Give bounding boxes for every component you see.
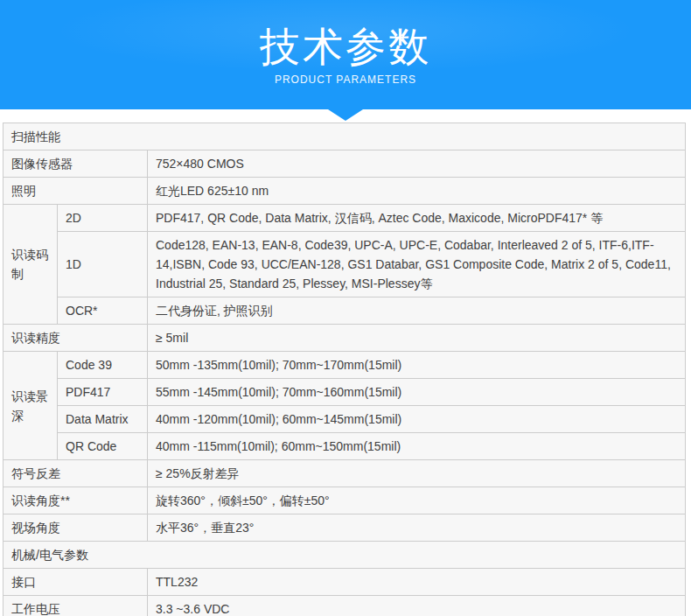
row-value: 40mm -115mm(10mil); 60mm~150mm(15mil) (148, 433, 686, 460)
table-row: 识读精度 ≥ 5mil (3, 325, 686, 352)
table-row: 视场角度 水平36°，垂直23° (3, 514, 686, 542)
row-label: 照明 (3, 178, 148, 205)
row-value: ≥ 25%反射差异 (148, 460, 686, 487)
banner-arrow-down-icon (328, 109, 363, 121)
row-value: 3.3 ~3.6 VDC (148, 596, 686, 616)
row-value: 红光LED 625±10 nm (148, 178, 686, 205)
table-row: OCR* 二代身份证, 护照识别 (3, 298, 686, 325)
banner: 技术参数 PRODUCT PARAMETERS (0, 0, 691, 109)
table-row: 照明 红光LED 625±10 nm (3, 178, 686, 205)
spec-table: 扫描性能 图像传感器 752×480 CMOS 照明 红光LED 625±10 … (3, 122, 686, 616)
section-row: 扫描性能 (3, 123, 686, 150)
row-label: 视场角度 (3, 514, 148, 542)
row-sublabel: QR Code (58, 433, 148, 460)
row-value: TTL232 (148, 569, 686, 596)
row-value: 水平36°，垂直23° (148, 514, 686, 542)
row-sublabel: 2D (58, 205, 148, 232)
table-row: 工作电压 3.3 ~3.6 VDC (3, 596, 686, 616)
table-row: 符号反差 ≥ 25%反射差异 (3, 460, 686, 487)
row-value: ≥ 5mil (148, 325, 686, 352)
table-row: PDF417 55mm -145mm(10mil); 70mm~160mm(15… (3, 379, 686, 406)
row-sublabel: Data Matrix (58, 406, 148, 433)
row-value: 55mm -145mm(10mil); 70mm~160mm(15mil) (148, 379, 686, 406)
table-row: 识读角度** 旋转360°，倾斜±50°，偏转±50° (3, 487, 686, 514)
page-title: 技术参数 (0, 0, 691, 69)
table-row: 识读码制 2D PDF417, QR Code, Data Matrix, 汉信… (3, 205, 686, 232)
row-value: 50mm -135mm(10mil); 70mm~170mm(15mil) (148, 352, 686, 379)
row-value: PDF417, QR Code, Data Matrix, 汉信码, Aztec… (148, 205, 686, 232)
row-sublabel: Code 39 (58, 352, 148, 379)
row-value: 旋转360°，倾斜±50°，偏转±50° (148, 487, 686, 514)
row-label: 工作电压 (3, 596, 148, 616)
row-label: 识读景深 (3, 352, 58, 460)
row-sublabel: PDF417 (58, 379, 148, 406)
row-value: 二代身份证, 护照识别 (148, 298, 686, 325)
table-row: 接口 TTL232 (3, 569, 686, 596)
row-value: 752×480 CMOS (148, 150, 686, 178)
row-label: 图像传感器 (3, 150, 148, 178)
row-label: 接口 (3, 569, 148, 596)
table-row: 识读景深 Code 39 50mm -135mm(10mil); 70mm~17… (3, 352, 686, 379)
table-row: Data Matrix 40mm -120mm(10mil); 60mm~145… (3, 406, 686, 433)
row-value: 40mm -120mm(10mil); 60mm~145mm(15mil) (148, 406, 686, 433)
row-label: 识读精度 (3, 325, 148, 352)
row-label: 识读码制 (3, 205, 58, 325)
table-row: 1D Code128, EAN-13, EAN-8, Code39, UPC-A… (3, 232, 686, 298)
section-row: 机械/电气参数 (3, 542, 686, 569)
row-sublabel: OCR* (58, 298, 148, 325)
row-value: Code128, EAN-13, EAN-8, Code39, UPC-A, U… (148, 232, 686, 298)
section-title: 机械/电气参数 (3, 542, 686, 569)
row-sublabel: 1D (58, 232, 148, 298)
row-label: 符号反差 (3, 460, 148, 487)
table-row: QR Code 40mm -115mm(10mil); 60mm~150mm(1… (3, 433, 686, 460)
row-label: 识读角度** (3, 487, 148, 514)
page-subtitle: PRODUCT PARAMETERS (0, 74, 691, 86)
section-title: 扫描性能 (3, 123, 686, 150)
table-row: 图像传感器 752×480 CMOS (3, 150, 686, 178)
